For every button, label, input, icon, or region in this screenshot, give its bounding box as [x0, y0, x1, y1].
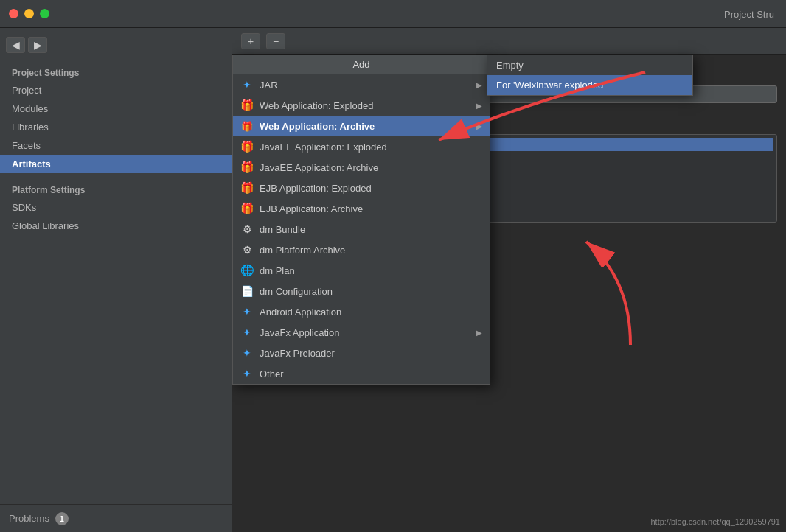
add-menu: Add ✦ JAR ▶ 🎁 Web Application: Exploded …	[232, 55, 490, 385]
window-controls	[9, 9, 49, 18]
sidebar-item-label-artifacts: Artifacts	[12, 158, 51, 169]
watermark: http://blog.csdn.net/qq_1290259791	[650, 517, 780, 526]
javaee-exploded-icon: 🎁	[240, 140, 254, 153]
web-exploded-arrow-icon: ▶	[476, 102, 482, 110]
sidebar-item-label-modules: Modules	[12, 103, 48, 114]
submenu-item-for-weixin-label: For 'Weixin:war exploded'	[496, 80, 605, 91]
menu-item-web-exploded[interactable]: 🎁 Web Application: Exploded ▶	[233, 95, 490, 116]
menu-item-javaee-exploded-label: JavaEE Application: Exploded	[260, 141, 387, 153]
menu-item-javafx-label: JavaFx Application	[260, 327, 339, 338]
platform-settings-header: Platform Settings	[0, 173, 232, 198]
dm-config-icon: 📄	[240, 284, 254, 298]
web-exploded-icon: 🎁	[240, 99, 254, 112]
sidebar-item-modules[interactable]: Modules	[0, 99, 232, 118]
menu-item-dm-config-label: dm Configuration	[260, 286, 333, 297]
sidebar-item-sdks[interactable]: SDKs	[0, 198, 232, 217]
dm-bundle-icon: ⚙	[240, 223, 254, 236]
sidebar-item-global-libraries[interactable]: Global Libraries	[0, 217, 232, 235]
menu-item-dm-bundle-label: dm Bundle	[260, 224, 305, 235]
content-area: + − Weixin:war exploded ut directory: /U…	[232, 28, 786, 532]
back-button[interactable]: ◀	[6, 37, 25, 53]
menu-item-jar[interactable]: ✦ JAR ▶	[233, 74, 490, 95]
menu-item-ejb-archive[interactable]: 🎁 EJB Application: Archive	[233, 198, 490, 219]
menu-item-dm-plan[interactable]: 🌐 dm Plan	[233, 260, 490, 281]
javafx-icon: ✦	[240, 326, 254, 339]
sidebar-item-libraries[interactable]: Libraries	[0, 118, 232, 136]
menu-item-web-exploded-label: Web Application: Exploded	[260, 100, 373, 111]
sidebar-item-artifacts[interactable]: Artifacts	[0, 155, 232, 173]
menu-item-web-archive-label: Web Application: Archive	[260, 121, 375, 132]
forward-button[interactable]: ▶	[28, 37, 47, 53]
jar-icon: ✦	[240, 78, 254, 91]
submenu-item-empty-label: Empty	[496, 60, 524, 71]
menu-item-dm-config[interactable]: 📄 dm Configuration	[233, 281, 490, 301]
ejb-archive-icon: 🎁	[240, 202, 254, 215]
javafx-preloader-icon: ✦	[240, 346, 254, 360]
menu-item-other-label: Other	[260, 368, 284, 379]
menu-item-ejb-exploded[interactable]: 🎁 EJB Application: Exploded	[233, 178, 490, 198]
nav-toolbar: ◀ ▶	[0, 34, 232, 59]
project-settings-header: Project Settings	[0, 59, 232, 81]
other-icon: ✦	[240, 367, 254, 380]
remove-artifact-button[interactable]: −	[266, 33, 285, 49]
menu-item-other[interactable]: ✦ Other	[233, 363, 490, 384]
web-archive-arrow-icon: ▶	[476, 122, 482, 130]
submenu-item-empty[interactable]: Empty	[487, 55, 692, 75]
menu-item-ejb-exploded-label: EJB Application: Exploded	[260, 183, 372, 194]
android-icon: ✦	[240, 305, 254, 318]
maximize-button[interactable]	[40, 9, 49, 18]
sidebar-item-label-project: Project	[12, 85, 41, 96]
titlebar: Project Stru	[0, 0, 786, 28]
add-artifact-button[interactable]: +	[241, 33, 260, 49]
menu-item-dm-platform-label: dm Platform Archive	[260, 245, 345, 256]
menu-item-ejb-archive-label: EJB Application: Archive	[260, 203, 363, 214]
web-archive-submenu: Empty For 'Weixin:war exploded'	[487, 55, 693, 96]
main-layout: ◀ ▶ Project Settings Project Modules Lib…	[0, 28, 786, 532]
dm-platform-icon: ⚙	[240, 243, 254, 256]
menu-item-android-label: Android Application	[260, 307, 341, 318]
bottom-bar: Problems 1	[0, 504, 232, 532]
menu-item-dm-platform[interactable]: ⚙ dm Platform Archive	[233, 239, 490, 260]
web-archive-icon: 🎁	[240, 119, 254, 133]
sidebar-item-facets[interactable]: Facets	[0, 136, 232, 155]
content-header: + −	[232, 28, 786, 55]
problems-label: Problems	[9, 513, 49, 524]
menu-item-javaee-archive[interactable]: 🎁 JavaEE Application: Archive	[233, 157, 490, 178]
menu-item-javafx-preloader-label: JavaFx Preloader	[260, 348, 335, 359]
problems-badge: 1	[55, 512, 69, 525]
menu-item-dm-plan-label: dm Plan	[260, 265, 295, 276]
minus-icon: −	[273, 35, 279, 47]
sidebar-item-label-libraries: Libraries	[12, 122, 49, 133]
menu-item-web-archive[interactable]: 🎁 Web Application: Archive ▶	[233, 116, 490, 136]
sidebar: ◀ ▶ Project Settings Project Modules Lib…	[0, 28, 232, 532]
sidebar-item-label-facets: Facets	[12, 140, 41, 151]
jar-arrow-icon: ▶	[476, 81, 482, 89]
minimize-button[interactable]	[24, 9, 34, 18]
plus-icon: +	[248, 35, 254, 47]
javaee-archive-icon: 🎁	[240, 161, 254, 174]
menu-item-android[interactable]: ✦ Android Application	[233, 301, 490, 322]
menu-item-javafx-preloader[interactable]: ✦ JavaFx Preloader	[233, 343, 490, 363]
sidebar-item-label-global-libraries: Global Libraries	[12, 220, 79, 231]
submenu-item-for-weixin[interactable]: For 'Weixin:war exploded'	[487, 75, 692, 95]
sidebar-item-project[interactable]: Project	[0, 81, 232, 99]
sidebar-item-label-sdks: SDKs	[12, 202, 36, 213]
menu-item-javaee-exploded[interactable]: 🎁 JavaEE Application: Exploded	[233, 136, 490, 157]
close-button[interactable]	[9, 9, 18, 18]
dm-plan-icon: 🌐	[240, 264, 254, 277]
menu-item-jar-label: JAR	[260, 80, 278, 91]
window-title: Project Stru	[724, 8, 774, 19]
menu-item-dm-bundle[interactable]: ⚙ dm Bundle	[233, 219, 490, 239]
javafx-arrow-icon: ▶	[476, 329, 482, 337]
add-menu-header: Add	[233, 55, 490, 74]
menu-item-javaee-archive-label: JavaEE Application: Archive	[260, 162, 378, 173]
menu-item-javafx[interactable]: ✦ JavaFx Application ▶	[233, 322, 490, 343]
ejb-exploded-icon: 🎁	[240, 181, 254, 195]
